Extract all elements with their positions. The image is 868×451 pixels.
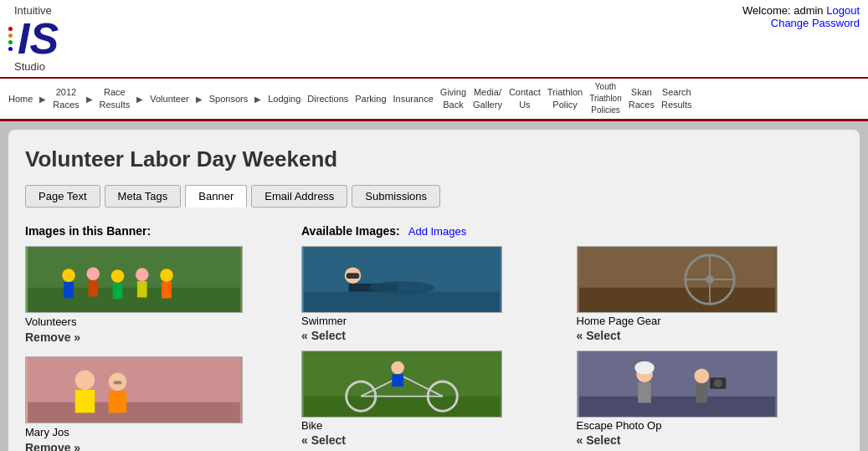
- svg-rect-15: [75, 390, 95, 413]
- available-header: Available Images: Add Images: [301, 224, 843, 238]
- available-images-label: Available Images:: [301, 224, 400, 238]
- tab-meta-tags[interactable]: Meta Tags: [105, 185, 182, 208]
- nav-media-gallery[interactable]: Media/Gallery: [473, 87, 502, 110]
- nav-arrow-4: ▶: [196, 95, 203, 104]
- bike-image: [301, 351, 502, 418]
- nav-arrow-2: ▶: [86, 95, 93, 104]
- maryjoe-label: Mary Jos: [25, 426, 276, 438]
- nav-arrow-5: ▶: [254, 95, 261, 104]
- avail-bike: Bike « Select: [301, 351, 568, 447]
- tab-page-text[interactable]: Page Text: [25, 185, 100, 208]
- svg-rect-46: [696, 383, 707, 402]
- tab-banner[interactable]: Banner: [185, 185, 247, 208]
- change-password-link[interactable]: Change Password: [771, 17, 860, 29]
- images-in-banner-label: Images in this Banner:: [25, 224, 276, 238]
- nav-lodging[interactable]: Lodging: [268, 94, 300, 104]
- nav-directions[interactable]: Directions: [307, 94, 348, 104]
- banner-image-volunteers: Volunteers Remove »: [25, 246, 276, 344]
- svg-rect-9: [137, 281, 147, 298]
- bike-select-button[interactable]: « Select: [301, 433, 568, 447]
- logo-dot-red: [8, 27, 13, 31]
- tab-bar: Page Text Meta Tags Banner Email Address…: [25, 185, 843, 208]
- logo-dots: [8, 27, 13, 51]
- svg-rect-39: [392, 374, 403, 387]
- escape-select-button[interactable]: « Select: [577, 433, 844, 447]
- logo-s-letter: IS: [18, 17, 59, 60]
- svg-rect-13: [28, 402, 240, 423]
- escape-label: Escape Photo Op: [577, 419, 844, 432]
- nav-arrow-3: ▶: [136, 95, 143, 104]
- welcome-text: Welcome: admin: [742, 4, 824, 17]
- nav-arrow-1: ▶: [39, 95, 46, 104]
- svg-point-10: [160, 269, 173, 282]
- nav-parking[interactable]: Parking: [355, 94, 386, 104]
- svg-rect-26: [579, 288, 775, 312]
- nav-youth-triathlon[interactable]: YouthTriathlonPolicies: [589, 82, 622, 115]
- logout-link[interactable]: Logout: [826, 4, 860, 17]
- nav-triathlon-policy[interactable]: TriathlonPolicy: [547, 87, 583, 110]
- logo-dot-blue: [8, 47, 13, 51]
- svg-rect-1: [28, 288, 240, 312]
- navigation: Home ▶ 2012Races ▶ RaceResults ▶ Volunte…: [0, 79, 868, 121]
- header: Intuitive IS Studio Welcome: admin Logou…: [0, 0, 868, 79]
- volunteers-image: [25, 246, 243, 313]
- svg-rect-3: [64, 282, 74, 299]
- avail-swimmer: Swimmer « Select: [301, 246, 568, 342]
- bike-label: Bike: [301, 419, 568, 432]
- logo-dot-orange: [8, 33, 13, 38]
- svg-rect-41: [579, 397, 775, 417]
- remove-maryjoe-button[interactable]: Remove »: [25, 441, 276, 451]
- nav-insurance[interactable]: Insurance: [393, 94, 434, 104]
- svg-point-4: [86, 267, 100, 280]
- nav-sponsors[interactable]: Sponsors: [209, 94, 248, 104]
- avail-escape: Escape Photo Op « Select: [577, 351, 844, 447]
- svg-rect-5: [88, 280, 98, 297]
- homepaegear-label: Home Page Gear: [577, 315, 844, 327]
- homepaegear-image: [577, 246, 778, 313]
- nav-giving-back[interactable]: GivingBack: [440, 87, 466, 110]
- right-panel: Available Images: Add Images: [301, 224, 843, 451]
- nav-contact-us[interactable]: ContactUs: [509, 87, 541, 110]
- homepaegear-select-button[interactable]: « Select: [577, 329, 844, 342]
- svg-rect-20: [304, 292, 500, 312]
- svg-rect-11: [162, 282, 172, 299]
- svg-rect-24: [347, 273, 360, 279]
- tab-submissions[interactable]: Submissions: [352, 185, 440, 208]
- logo: Intuitive IS Studio: [8, 4, 126, 73]
- svg-rect-43: [638, 382, 651, 402]
- left-panel: Images in this Banner:: [25, 224, 276, 451]
- swimmer-label: Swimmer: [301, 315, 568, 327]
- content-area: Images in this Banner:: [25, 224, 843, 451]
- svg-rect-17: [109, 391, 126, 413]
- main-content: Volunteer Labor Day Weekend Page Text Me…: [8, 130, 860, 451]
- swimmer-image: [301, 246, 502, 313]
- swimmer-select-button[interactable]: « Select: [301, 329, 568, 342]
- svg-rect-18: [114, 381, 122, 384]
- avail-homepaegear: Home Page Gear « Select: [577, 246, 844, 342]
- tab-email-address[interactable]: Email Address: [251, 185, 347, 208]
- nav-home[interactable]: Home: [8, 94, 33, 104]
- banner-image-maryjoe: Mary Jos Remove »: [25, 356, 276, 451]
- svg-point-8: [136, 268, 149, 281]
- available-images-grid: Swimmer « Select: [301, 246, 843, 451]
- svg-rect-7: [113, 283, 123, 300]
- svg-point-48: [713, 379, 722, 387]
- add-images-link[interactable]: Add Images: [408, 225, 466, 238]
- svg-point-44: [634, 361, 654, 375]
- svg-point-38: [391, 361, 404, 375]
- svg-point-6: [111, 269, 125, 283]
- svg-point-2: [62, 269, 75, 282]
- svg-rect-32: [304, 397, 500, 417]
- remove-volunteers-button[interactable]: Remove »: [25, 331, 276, 344]
- svg-point-14: [75, 371, 95, 390]
- svg-point-23: [369, 281, 434, 295]
- nav-race-results[interactable]: RaceResults: [100, 87, 131, 110]
- nav-skan-races[interactable]: SkanRaces: [629, 87, 655, 110]
- volunteers-label: Volunteers: [25, 315, 276, 328]
- escape-image: [577, 351, 778, 418]
- nav-volunteer[interactable]: Volunteer: [150, 94, 188, 104]
- nav-search-results[interactable]: SearchResults: [661, 87, 692, 110]
- maryjoe-image: [25, 356, 243, 423]
- welcome-area: Welcome: admin Logout Change Password: [742, 4, 860, 29]
- nav-races-2012[interactable]: 2012Races: [53, 87, 79, 110]
